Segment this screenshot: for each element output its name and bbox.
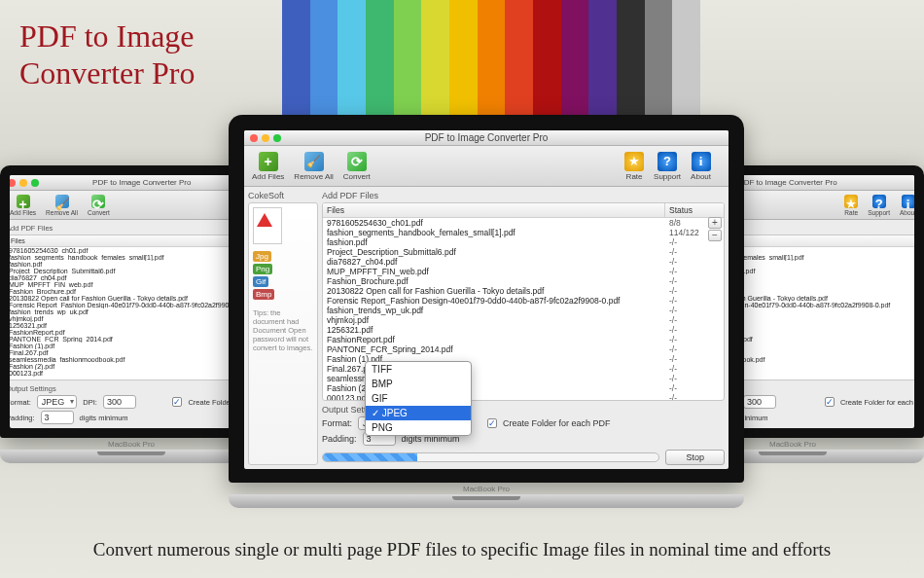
table-row[interactable]: PANTONE_FCR_Spring_2014.pdf <box>10 336 253 343</box>
create-folder-checkbox[interactable] <box>825 397 835 407</box>
table-row[interactable]: fashion_trends_wp_uk.pdf <box>10 308 253 315</box>
table-row[interactable]: seamlessmedia_fashionmoodbook.pdf <box>10 356 253 363</box>
table-row[interactable]: PANTONE_FCR_Spring_2014.pdf-/- <box>323 344 724 354</box>
file-name-cell: Project_Description_Submittal6.pdf <box>323 247 665 257</box>
table-row[interactable]: FashionReport.pdf-/- <box>323 335 724 344</box>
dpi-input[interactable]: 300 <box>103 395 136 409</box>
file-name-cell: MUP_MPFFT_FIN_web.pdf <box>10 281 253 288</box>
table-row[interactable]: Fashion (2).pdf <box>10 363 253 370</box>
rate-button[interactable]: Rate <box>624 152 644 181</box>
file-name-cell: fashion_trends_wp_uk.pdf <box>10 308 253 315</box>
format-dropdown[interactable]: TIFFBMPGIFJPEGPNG <box>365 361 472 436</box>
broom-icon <box>304 152 324 171</box>
question-icon <box>657 152 677 171</box>
add-row-button[interactable]: + <box>708 217 722 229</box>
table-row[interactable]: Project_Description_Submittal6.pdf-/- <box>323 247 724 257</box>
column-header-files[interactable]: Files <box>323 203 665 217</box>
format-option[interactable]: BMP <box>366 377 471 391</box>
convert-button[interactable]: Convert <box>88 195 110 216</box>
status-cell: -/- <box>665 315 724 325</box>
format-option[interactable]: GIF <box>366 391 471 406</box>
support-button[interactable]: Support <box>654 152 681 181</box>
laptop-brand: MacBook Pro <box>229 483 744 494</box>
add-files-button[interactable]: Add Files <box>10 195 36 216</box>
table-row[interactable]: 1256321.pdf-/- <box>323 325 724 335</box>
file-name-cell: dia76827_ch04.pdf <box>323 257 665 267</box>
dpi-input[interactable]: 300 <box>743 395 776 409</box>
status-cell: -/- <box>665 374 724 383</box>
table-row[interactable]: Forensic Report_Fashion Design-40e01f79-… <box>10 302 253 308</box>
table-row[interactable]: fashion_segments_handbook_females_small[… <box>323 228 724 237</box>
padding-label: Padding: <box>322 434 357 444</box>
plus-icon <box>259 152 278 171</box>
sidebar-title: CokeSoft <box>248 191 318 200</box>
table-row[interactable]: fashion.pdf-/- <box>323 237 724 247</box>
rate-button[interactable]: Rate <box>844 195 858 216</box>
table-row[interactable]: vhjmkoj.pdf-/- <box>323 315 724 325</box>
table-row[interactable]: Project_Description_Submittal6.pdf <box>10 268 253 274</box>
file-name-cell: seamlessmedia_fashionmoodbook.pdf <box>10 356 253 363</box>
create-folder-label: Create Folder for each PDF <box>503 418 611 428</box>
table-row[interactable]: Fashion_Brochure.pdf <box>10 288 253 295</box>
table-row[interactable]: 1256321.pdf <box>10 322 253 329</box>
table-row[interactable]: fashion.pdf <box>10 261 253 268</box>
table-row[interactable]: 9781605254630_ch01.pdf8/8 <box>323 218 724 228</box>
remove-row-button[interactable]: − <box>708 230 722 241</box>
status-cell: -/- <box>665 296 724 306</box>
window-titlebar: PDF to Image Converter Pro <box>244 130 729 146</box>
info-icon <box>902 195 915 208</box>
remove-all-button[interactable]: Remove All <box>294 152 333 181</box>
table-row[interactable]: 000123.pdf <box>10 370 253 377</box>
bmp-badge: Bmp <box>253 289 274 300</box>
broom-icon <box>55 195 69 208</box>
column-header-files[interactable]: Files <box>10 235 253 246</box>
table-row[interactable]: 9781605254630_ch01.pdf <box>10 247 253 254</box>
format-select[interactable]: JPEG <box>37 395 78 409</box>
about-button[interactable]: About <box>691 152 711 181</box>
format-label: Format: <box>10 398 31 407</box>
table-row[interactable]: Fashion (1).pdf <box>10 343 253 349</box>
file-name-cell: MUP_MPFFT_FIN_web.pdf <box>323 267 665 276</box>
table-row[interactable]: dia76827_ch04.pdf-/- <box>323 257 724 267</box>
file-name-cell: PANTONE_FCR_Spring_2014.pdf <box>10 336 253 343</box>
add-files-button[interactable]: Add Files <box>252 152 284 181</box>
format-option[interactable]: JPEG <box>366 406 471 420</box>
remove-all-button[interactable]: Remove All <box>46 195 78 216</box>
table-row[interactable]: vhjmkoj.pdf <box>10 315 253 322</box>
column-header-status[interactable]: Status <box>665 203 724 217</box>
about-button[interactable]: About <box>900 195 914 216</box>
table-row[interactable]: MUP_MPFFT_FIN_web.pdf-/- <box>323 267 724 276</box>
format-option[interactable]: PNG <box>366 420 471 435</box>
format-option[interactable]: TIFF <box>366 362 471 377</box>
file-name-cell: fashion_trends_wp_uk.pdf <box>323 306 665 315</box>
window-titlebar: PDF to Image Converter Pro <box>10 175 253 191</box>
window-title: PDF to Image Converter Pro <box>10 178 253 187</box>
stop-button[interactable]: Stop <box>665 450 725 465</box>
table-row[interactable]: Fashion_Brochure.pdf-/- <box>323 276 724 286</box>
table-row[interactable]: 20130822 Open call for Fashion Guerilla … <box>10 295 253 302</box>
file-name-cell: 000123.pdf <box>10 370 253 377</box>
support-button[interactable]: Support <box>868 195 890 216</box>
file-name-cell: Fashion (1).pdf <box>10 343 253 349</box>
padding-input[interactable]: 3 <box>41 411 74 424</box>
file-name-cell: FashionReport.pdf <box>10 329 253 336</box>
laptop-left: PDF to Image Converter Pro Add Files Rem… <box>0 165 263 463</box>
table-row[interactable]: Forensic Report_Fashion Design-40e01f79-… <box>323 296 724 306</box>
file-name-cell: fashion_segments_handbook_females_small[… <box>323 228 665 237</box>
table-row[interactable]: MUP_MPFFT_FIN_web.pdf <box>10 281 253 288</box>
table-row[interactable]: 20130822 Open call for Fashion Guerilla … <box>323 286 724 296</box>
file-list[interactable]: Files 9781605254630_ch01.pdffashion_segm… <box>10 235 253 380</box>
file-name-cell: Forensic Report_Fashion Design-40e01f79-… <box>323 296 665 306</box>
app-window-left: PDF to Image Converter Pro Add Files Rem… <box>10 175 253 428</box>
convert-button[interactable]: Convert <box>343 152 371 181</box>
create-folder-checkbox[interactable] <box>172 397 182 407</box>
create-folder-checkbox[interactable] <box>487 418 497 428</box>
table-row[interactable]: dia76827_ch04.pdf <box>10 274 253 281</box>
plus-icon <box>17 195 30 208</box>
status-cell: -/- <box>665 364 724 374</box>
table-row[interactable]: FashionReport.pdf <box>10 329 253 336</box>
table-row[interactable]: fashion_trends_wp_uk.pdf-/- <box>323 306 724 315</box>
table-row[interactable]: fashion_segments_handbook_females_small[… <box>10 254 253 261</box>
table-row[interactable]: Final.267.pdf <box>10 349 253 356</box>
status-cell: -/- <box>665 267 724 276</box>
